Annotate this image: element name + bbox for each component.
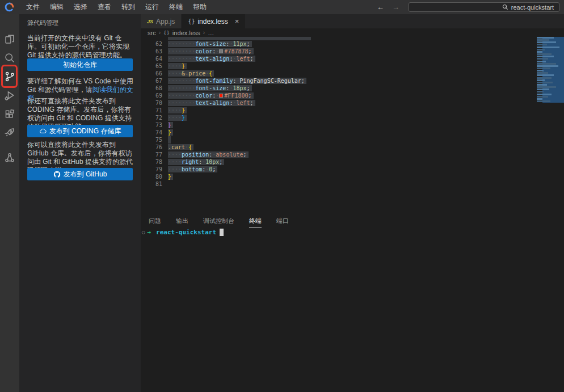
terminal[interactable]: ○ → react-quickstart [142,228,564,392]
line-number: 72 [141,114,162,121]
minimap-code-bar [537,51,542,53]
menu-item[interactable]: 帮助 [188,0,212,14]
less-file-icon: {} [163,30,170,36]
minimap-code-bar [537,74,554,76]
line-number: 75 [141,136,162,144]
line-number: 79 [141,166,162,173]
files-icon[interactable] [0,29,19,48]
editor-group: JS App.js {} index.less × src › {} index… [141,14,564,392]
run-debug-icon[interactable] [0,86,19,104]
menu-item[interactable]: 终端 [164,0,188,14]
code-line: 67········font-family:·PingFangSC-Regula… [141,77,537,85]
code-line: 69········color:·#FF1800; [141,92,537,99]
sidebar-title: 源代码管理 [27,19,58,27]
line-number: 62 [141,40,162,48]
line-number: 63 [141,48,162,55]
publish-to-coding-button[interactable]: 发布到 CODING 存储库 [27,125,133,137]
minimap-code-bar [537,41,556,43]
code-line: 75 [141,136,537,144]
code-line: 64········text-align:·left; [141,55,537,62]
titlebar: 文件编辑选择查看转到运行终端帮助 ← → react-quickstart [0,0,564,14]
code-line: 73} [141,121,537,129]
code-line: 65····} [141,62,537,70]
no-repo-message: 当前打开的文件夹中没有 Git 仓库。可初始化一个仓库，它将实现 Git 提供支… [27,34,133,60]
minimap-code-bar [537,47,559,48]
tab-app-js[interactable]: JS App.js [141,14,182,28]
collaboration-icon[interactable] [0,148,19,167]
minimap-code-bar [537,65,558,67]
panel-tab-bar: 问题输出调试控制台终端端口 [141,215,564,227]
minimap-code-bar [537,88,549,90]
code-editor[interactable]: 62········font-size:·11px;63········colo… [141,37,537,207]
code-line: 78····right:·10px; [141,158,537,166]
color-swatch [219,49,223,53]
code-line: 66····&-price·{ [141,70,537,77]
line-number: 74 [141,129,162,136]
search-icon[interactable] [0,48,19,67]
close-tab-icon[interactable]: × [235,18,239,25]
terminal-cursor [220,229,224,236]
code-line: 63········color:·#787878; [141,48,537,55]
minimap-code-bar [537,82,553,83]
minimap-code-bar [537,79,545,81]
publish-to-github-button[interactable]: 发布到 GitHub [27,168,133,180]
color-swatch [219,94,223,98]
code-line: 80} [141,173,537,180]
line-number: 73 [141,121,162,129]
menu-item[interactable]: 编辑 [45,0,69,14]
menu-item[interactable]: 选择 [69,0,92,14]
forward-arrow-icon[interactable]: → [392,3,399,11]
source-control-sidebar: 源代码管理 当前打开的文件夹中没有 Git 仓库。可初始化一个仓库，它将实现 G… [19,14,141,392]
github-icon [53,171,61,178]
panel-tab-输出[interactable]: 输出 [176,215,188,227]
minimap-code-bar [537,61,546,62]
code-line: 62········font-size:·11px; [141,40,537,48]
menu-item[interactable]: 运行 [140,0,164,14]
initialize-repo-button[interactable]: 初始化仓库 [27,58,133,71]
rocket-icon[interactable] [0,123,19,142]
minimap-code-bar [537,98,542,100]
minimap-code-bar [537,72,548,74]
minimap[interactable] [537,37,564,103]
minimap-code-bar [537,37,554,39]
panel-tab-问题[interactable]: 问题 [149,215,161,227]
panel-tab-端口[interactable]: 端口 [276,215,289,227]
tab-index-less[interactable]: {} index.less × [182,14,246,28]
line-number: 78 [141,158,162,166]
prompt-arrow-icon: → [147,229,151,236]
workspace-name: react-quickstart [511,4,554,11]
line-number: 65 [141,62,162,70]
app-logo-icon [5,2,14,12]
line-number: 66 [141,70,162,77]
history-nav: ← → [377,3,399,11]
code-line: 68········font-size:·18px; [141,85,537,92]
code-line: 76.cart·{ [141,144,537,151]
line-number: 68 [141,85,162,92]
breadcrumb[interactable]: src › {} index.less › … [141,28,564,37]
minimap-code-bar [537,70,544,71]
menu-item[interactable]: 转到 [116,0,140,14]
minimap-code-bar [537,100,550,102]
command-center-search[interactable]: react-quickstart [409,2,559,12]
minimap-code-bar [537,56,554,57]
source-control-icon[interactable] [0,67,19,86]
minimap-code-bar [537,44,547,45]
line-number: 64 [141,55,162,62]
terminal-prompt-line: ○ → react-quickstart [142,228,564,236]
minimap-code-bar [537,68,550,69]
activity-bar [0,14,19,392]
code-line: 77····position:·absolute; [141,151,537,158]
prompt-circle-icon: ○ [142,229,145,235]
menu-item[interactable]: 文件 [21,0,45,14]
line-number: 67 [141,77,162,85]
minimap-code-bar [537,53,552,55]
minimap-code-bar [537,39,549,41]
back-arrow-icon[interactable]: ← [377,3,384,11]
menu-item[interactable]: 查看 [92,0,116,14]
panel-tab-终端[interactable]: 终端 [249,215,262,227]
panel-tab-调试控制台[interactable]: 调试控制台 [203,215,234,227]
minimap-code-bar [537,49,545,50]
minimap-code-bar [537,94,552,95]
cloud-icon [39,128,47,135]
extensions-icon[interactable] [0,104,19,123]
